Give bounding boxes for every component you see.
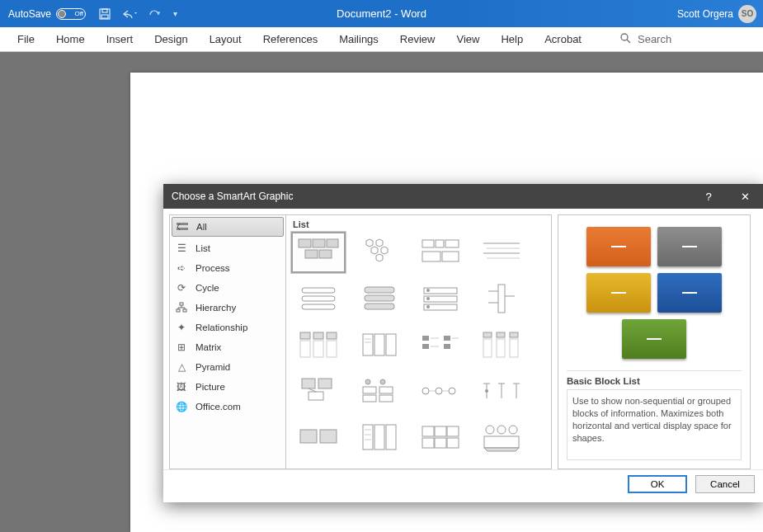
customize-qat-icon[interactable]: ▾: [173, 8, 177, 20]
ok-button[interactable]: OK: [628, 475, 687, 493]
dialog-title: Choose a SmartArt Graphic: [172, 191, 293, 202]
user-avatar: SO: [738, 5, 756, 23]
process-icon: ➪: [175, 261, 188, 275]
tab-help[interactable]: Help: [490, 27, 534, 51]
svg-rect-15: [313, 239, 325, 247]
smartart-thumb[interactable]: [474, 370, 529, 412]
user-name: Scott Orgera: [677, 8, 733, 20]
svg-rect-81: [363, 395, 376, 402]
category-pyramid[interactable]: △Pyramid: [170, 357, 285, 377]
preview-block: [622, 319, 686, 359]
preview-description: Use to show non-sequential or grouped bl…: [567, 389, 742, 460]
tab-acrobat[interactable]: Acrobat: [534, 27, 592, 51]
user-area[interactable]: Scott Orgera SO: [677, 5, 756, 23]
all-icon: [176, 220, 189, 233]
smartart-thumb[interactable]: [413, 278, 468, 319]
svg-rect-16: [327, 239, 338, 247]
smartart-thumb[interactable]: [352, 232, 407, 273]
category-officecom[interactable]: 🌐Office.com: [170, 397, 285, 417]
document-area: Choose a SmartArt Graphic ? ✕ All ☰List …: [0, 52, 763, 532]
smartart-thumb[interactable]: [474, 278, 529, 319]
svg-rect-54: [327, 341, 337, 357]
svg-marker-23: [376, 254, 383, 261]
preview-graphic: [567, 227, 742, 359]
smartart-thumb[interactable]: [291, 370, 346, 412]
svg-point-77: [365, 379, 370, 384]
svg-rect-72: [510, 339, 518, 357]
autosave-label: AutoSave: [8, 8, 51, 20]
autosave-toggle[interactable]: AutoSave Off: [8, 8, 86, 20]
category-picture[interactable]: 🖼Picture: [170, 377, 285, 397]
smartart-thumb[interactable]: [413, 370, 468, 412]
tab-layout[interactable]: Layout: [199, 27, 252, 51]
category-hierarchy[interactable]: Hierarchy: [170, 298, 285, 318]
smartart-thumb[interactable]: [291, 232, 346, 273]
search-placeholder: Search: [638, 33, 671, 45]
svg-rect-45: [498, 285, 505, 313]
dialog-titlebar[interactable]: Choose a SmartArt Graphic ? ✕: [163, 184, 763, 209]
smartart-thumb[interactable]: [352, 370, 407, 412]
tab-references[interactable]: References: [252, 27, 328, 51]
redo-icon[interactable]: [148, 8, 162, 20]
list-icon: ☰: [175, 242, 188, 255]
tab-insert[interactable]: Insert: [96, 27, 144, 51]
svg-rect-67: [483, 332, 492, 337]
category-list-item[interactable]: ☰List: [170, 238, 285, 258]
svg-rect-104: [435, 426, 446, 436]
tab-view[interactable]: View: [445, 27, 490, 51]
smartart-thumb[interactable]: [291, 324, 346, 365]
svg-rect-17: [305, 250, 318, 258]
tab-design[interactable]: Design: [144, 27, 198, 51]
smartart-thumb[interactable]: [413, 324, 468, 365]
smartart-grid[interactable]: List: [286, 214, 552, 469]
category-process[interactable]: ➪Process: [170, 258, 285, 278]
undo-icon[interactable]: [122, 8, 137, 20]
document-title: Document2 - Word: [337, 7, 426, 20]
svg-point-3: [621, 34, 628, 40]
svg-rect-73: [302, 379, 315, 388]
tab-review[interactable]: Review: [389, 27, 446, 51]
preview-title: Basic Block List: [567, 370, 742, 386]
tab-home[interactable]: Home: [45, 27, 96, 51]
cancel-button[interactable]: Cancel: [695, 475, 755, 493]
svg-rect-70: [497, 339, 505, 357]
smartart-thumb[interactable]: [474, 324, 529, 365]
smartart-thumb[interactable]: [474, 232, 529, 273]
help-icon[interactable]: ?: [690, 184, 727, 209]
smartart-thumb[interactable]: [352, 278, 407, 319]
smartart-thumb[interactable]: [352, 417, 407, 458]
smartart-thumb[interactable]: [474, 417, 529, 458]
smartart-thumb[interactable]: [291, 278, 346, 319]
svg-point-44: [426, 305, 430, 308]
smartart-dialog: Choose a SmartArt Graphic ? ✕ All ☰List …: [163, 184, 763, 502]
svg-line-4: [627, 40, 630, 43]
category-relationship[interactable]: ✦Relationship: [170, 318, 285, 337]
svg-point-90: [485, 389, 488, 393]
svg-marker-21: [371, 247, 378, 254]
svg-point-40: [426, 289, 430, 292]
svg-rect-2: [101, 15, 108, 18]
svg-point-83: [422, 388, 429, 394]
svg-rect-95: [300, 430, 317, 443]
svg-marker-19: [366, 239, 373, 247]
search-icon: [619, 32, 631, 46]
category-all[interactable]: All: [172, 217, 284, 237]
svg-rect-25: [436, 240, 444, 247]
svg-rect-8: [177, 309, 180, 312]
smartart-thumb[interactable]: [291, 417, 346, 458]
grid-heading: List: [286, 215, 551, 232]
autosave-switch[interactable]: Off: [56, 8, 86, 20]
tab-mailings[interactable]: Mailings: [328, 27, 389, 51]
quick-access-toolbar: ▾: [99, 8, 177, 20]
search-box[interactable]: Search: [609, 27, 682, 51]
save-icon[interactable]: [99, 8, 111, 20]
category-label: All: [196, 222, 207, 232]
category-matrix[interactable]: ⊞Matrix: [170, 337, 285, 357]
close-icon[interactable]: ✕: [727, 184, 763, 209]
smartart-thumb[interactable]: [413, 417, 468, 458]
smartart-thumb[interactable]: [352, 324, 407, 365]
tab-file[interactable]: File: [7, 27, 45, 51]
category-cycle[interactable]: ⟳Cycle: [170, 278, 285, 298]
svg-rect-1: [102, 9, 107, 12]
smartart-thumb[interactable]: [413, 232, 468, 273]
